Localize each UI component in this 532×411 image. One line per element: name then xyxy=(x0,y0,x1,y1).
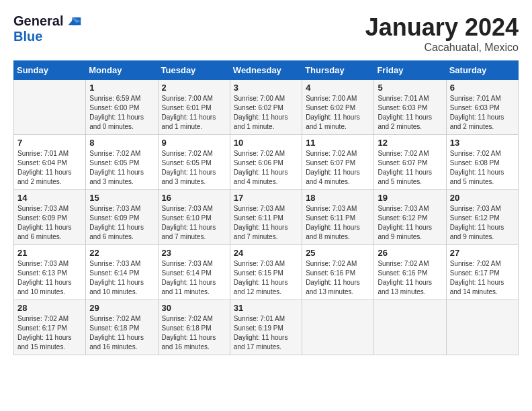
day-info: Sunrise: 7:02 AM Sunset: 6:06 PM Dayligh… xyxy=(234,149,298,187)
day-info: Sunrise: 7:01 AM Sunset: 6:03 PM Dayligh… xyxy=(450,94,515,132)
calendar-cell: 15Sunrise: 7:03 AM Sunset: 6:09 PM Dayli… xyxy=(86,190,158,245)
day-number: 29 xyxy=(89,303,154,313)
location-subtitle: Cacahuatal, Mexico xyxy=(365,42,519,54)
day-info: Sunrise: 7:02 AM Sunset: 6:05 PM Dayligh… xyxy=(162,149,226,187)
header-wednesday: Wednesday xyxy=(230,61,302,80)
calendar-cell xyxy=(14,80,86,135)
day-number: 25 xyxy=(306,248,370,258)
calendar-cell: 8Sunrise: 7:02 AM Sunset: 6:05 PM Daylig… xyxy=(86,135,158,190)
day-info: Sunrise: 6:59 AM Sunset: 6:00 PM Dayligh… xyxy=(89,94,154,132)
day-number: 11 xyxy=(306,138,370,148)
day-info: Sunrise: 7:02 AM Sunset: 6:05 PM Dayligh… xyxy=(89,149,154,187)
day-number: 17 xyxy=(234,193,298,203)
day-number: 6 xyxy=(450,83,515,93)
header-sunday: Sunday xyxy=(14,61,86,80)
day-info: Sunrise: 7:01 AM Sunset: 6:04 PM Dayligh… xyxy=(17,149,82,187)
calendar-table: SundayMondayTuesdayWednesdayThursdayFrid… xyxy=(13,60,519,355)
day-info: Sunrise: 7:03 AM Sunset: 6:10 PM Dayligh… xyxy=(162,204,226,242)
week-row-4: 21Sunrise: 7:03 AM Sunset: 6:13 PM Dayli… xyxy=(14,245,519,300)
calendar-cell: 12Sunrise: 7:02 AM Sunset: 6:07 PM Dayli… xyxy=(374,135,446,190)
calendar-cell: 28Sunrise: 7:02 AM Sunset: 6:17 PM Dayli… xyxy=(14,300,86,355)
calendar-cell xyxy=(302,300,374,355)
day-number: 23 xyxy=(162,248,226,258)
day-info: Sunrise: 7:02 AM Sunset: 6:18 PM Dayligh… xyxy=(162,314,226,352)
day-number: 12 xyxy=(378,138,442,148)
calendar-cell: 23Sunrise: 7:03 AM Sunset: 6:14 PM Dayli… xyxy=(158,245,230,300)
calendar-cell: 7Sunrise: 7:01 AM Sunset: 6:04 PM Daylig… xyxy=(14,135,86,190)
day-number: 15 xyxy=(89,193,154,203)
day-info: Sunrise: 7:03 AM Sunset: 6:14 PM Dayligh… xyxy=(162,259,226,297)
header-saturday: Saturday xyxy=(446,61,518,80)
calendar-cell xyxy=(374,300,446,355)
day-number: 7 xyxy=(17,138,82,148)
day-info: Sunrise: 7:02 AM Sunset: 6:07 PM Dayligh… xyxy=(378,149,442,187)
calendar-cell: 4Sunrise: 7:00 AM Sunset: 6:02 PM Daylig… xyxy=(302,80,374,135)
calendar-cell: 20Sunrise: 7:03 AM Sunset: 6:12 PM Dayli… xyxy=(446,190,518,245)
day-number: 19 xyxy=(378,193,442,203)
calendar-cell: 9Sunrise: 7:02 AM Sunset: 6:05 PM Daylig… xyxy=(158,135,230,190)
day-number: 27 xyxy=(450,248,515,258)
day-number: 8 xyxy=(89,138,154,148)
day-info: Sunrise: 7:03 AM Sunset: 6:13 PM Dayligh… xyxy=(17,259,82,297)
week-row-2: 7Sunrise: 7:01 AM Sunset: 6:04 PM Daylig… xyxy=(14,135,519,190)
day-number: 4 xyxy=(306,83,370,93)
day-number: 13 xyxy=(450,138,515,148)
day-info: Sunrise: 7:00 AM Sunset: 6:02 PM Dayligh… xyxy=(234,94,298,132)
calendar-cell: 14Sunrise: 7:03 AM Sunset: 6:09 PM Dayli… xyxy=(14,190,86,245)
calendar-cell: 25Sunrise: 7:02 AM Sunset: 6:16 PM Dayli… xyxy=(302,245,374,300)
page-header: General Blue January 2024 Cacahuatal, Me… xyxy=(13,13,519,54)
day-number: 14 xyxy=(17,193,82,203)
title-block: January 2024 Cacahuatal, Mexico xyxy=(365,13,519,54)
logo-blue: Blue xyxy=(13,29,82,44)
header-thursday: Thursday xyxy=(302,61,374,80)
day-info: Sunrise: 7:03 AM Sunset: 6:14 PM Dayligh… xyxy=(89,259,154,297)
day-number: 26 xyxy=(378,248,442,258)
calendar-cell: 16Sunrise: 7:03 AM Sunset: 6:10 PM Dayli… xyxy=(158,190,230,245)
day-number: 31 xyxy=(234,303,298,313)
calendar-cell: 29Sunrise: 7:02 AM Sunset: 6:18 PM Dayli… xyxy=(86,300,158,355)
day-number: 22 xyxy=(89,248,154,258)
calendar-cell: 18Sunrise: 7:03 AM Sunset: 6:11 PM Dayli… xyxy=(302,190,374,245)
day-info: Sunrise: 7:00 AM Sunset: 6:02 PM Dayligh… xyxy=(306,94,370,132)
day-number: 5 xyxy=(378,83,442,93)
day-info: Sunrise: 7:02 AM Sunset: 6:08 PM Dayligh… xyxy=(450,149,515,187)
logo: General Blue xyxy=(13,13,82,44)
calendar-cell: 30Sunrise: 7:02 AM Sunset: 6:18 PM Dayli… xyxy=(158,300,230,355)
calendar-cell: 22Sunrise: 7:03 AM Sunset: 6:14 PM Dayli… xyxy=(86,245,158,300)
day-info: Sunrise: 7:03 AM Sunset: 6:15 PM Dayligh… xyxy=(234,259,298,297)
calendar-cell: 31Sunrise: 7:01 AM Sunset: 6:19 PM Dayli… xyxy=(230,300,302,355)
calendar-cell: 11Sunrise: 7:02 AM Sunset: 6:07 PM Dayli… xyxy=(302,135,374,190)
calendar-cell: 17Sunrise: 7:03 AM Sunset: 6:11 PM Dayli… xyxy=(230,190,302,245)
day-info: Sunrise: 7:03 AM Sunset: 6:12 PM Dayligh… xyxy=(378,204,442,242)
calendar-cell: 3Sunrise: 7:00 AM Sunset: 6:02 PM Daylig… xyxy=(230,80,302,135)
calendar-cell: 6Sunrise: 7:01 AM Sunset: 6:03 PM Daylig… xyxy=(446,80,518,135)
day-info: Sunrise: 7:02 AM Sunset: 6:17 PM Dayligh… xyxy=(450,259,515,297)
day-info: Sunrise: 7:02 AM Sunset: 6:16 PM Dayligh… xyxy=(306,259,370,297)
calendar-cell: 26Sunrise: 7:02 AM Sunset: 6:16 PM Dayli… xyxy=(374,245,446,300)
calendar-cell: 5Sunrise: 7:01 AM Sunset: 6:03 PM Daylig… xyxy=(374,80,446,135)
header-monday: Monday xyxy=(86,61,158,80)
calendar-cell: 10Sunrise: 7:02 AM Sunset: 6:06 PM Dayli… xyxy=(230,135,302,190)
day-info: Sunrise: 7:03 AM Sunset: 6:12 PM Dayligh… xyxy=(450,204,515,242)
day-number: 1 xyxy=(89,83,154,93)
calendar-cell: 21Sunrise: 7:03 AM Sunset: 6:13 PM Dayli… xyxy=(14,245,86,300)
month-title: January 2024 xyxy=(365,13,519,42)
day-info: Sunrise: 7:03 AM Sunset: 6:09 PM Dayligh… xyxy=(89,204,154,242)
calendar-cell: 2Sunrise: 7:00 AM Sunset: 6:01 PM Daylig… xyxy=(158,80,230,135)
day-info: Sunrise: 7:03 AM Sunset: 6:09 PM Dayligh… xyxy=(17,204,82,242)
day-info: Sunrise: 7:02 AM Sunset: 6:18 PM Dayligh… xyxy=(89,314,154,352)
day-info: Sunrise: 7:01 AM Sunset: 6:19 PM Dayligh… xyxy=(234,314,298,352)
week-row-5: 28Sunrise: 7:02 AM Sunset: 6:17 PM Dayli… xyxy=(14,300,519,355)
day-info: Sunrise: 7:02 AM Sunset: 6:07 PM Dayligh… xyxy=(306,149,370,187)
day-number: 2 xyxy=(162,83,226,93)
calendar-cell: 13Sunrise: 7:02 AM Sunset: 6:08 PM Dayli… xyxy=(446,135,518,190)
day-number: 16 xyxy=(162,193,226,203)
day-info: Sunrise: 7:03 AM Sunset: 6:11 PM Dayligh… xyxy=(306,204,370,242)
day-info: Sunrise: 7:03 AM Sunset: 6:11 PM Dayligh… xyxy=(234,204,298,242)
day-info: Sunrise: 7:00 AM Sunset: 6:01 PM Dayligh… xyxy=(162,94,226,132)
day-info: Sunrise: 7:01 AM Sunset: 6:03 PM Dayligh… xyxy=(378,94,442,132)
week-row-1: 1Sunrise: 6:59 AM Sunset: 6:00 PM Daylig… xyxy=(14,80,519,135)
day-number: 20 xyxy=(450,193,515,203)
day-number: 18 xyxy=(306,193,370,203)
header-friday: Friday xyxy=(374,61,446,80)
